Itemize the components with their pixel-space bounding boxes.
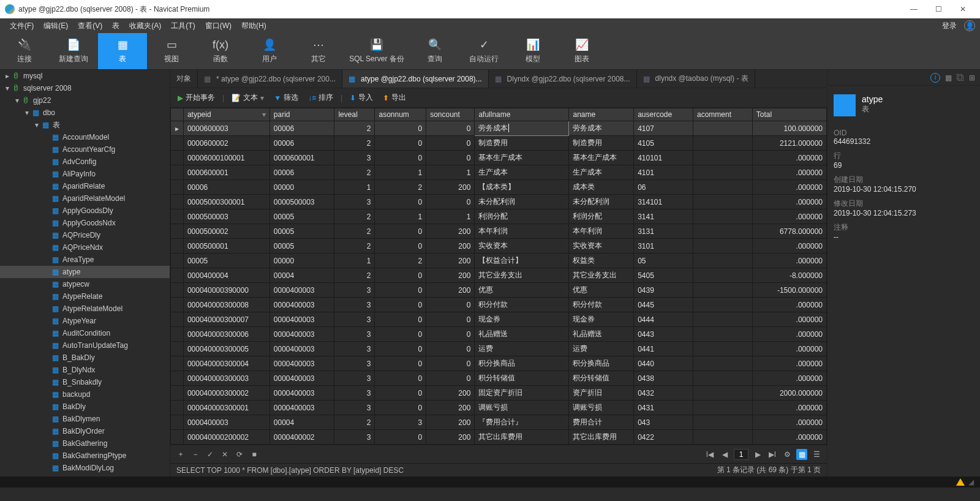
tree-item[interactable]: ▦atypecw xyxy=(0,278,170,290)
grid-cell[interactable]: 0 xyxy=(375,445,426,445)
grid-cell[interactable]: 资产折旧 xyxy=(569,386,634,401)
grid-cell[interactable]: 1 xyxy=(375,165,426,180)
settings-button[interactable]: ⚙ xyxy=(782,449,793,460)
grid-cell[interactable]: 000040000300002 xyxy=(183,386,270,401)
grid-cell[interactable]: 现金券 xyxy=(569,312,634,327)
grid-cell[interactable]: 2000.000000 xyxy=(752,386,826,401)
tree-item[interactable]: ▾🛢gjp22 xyxy=(0,94,170,107)
first-page-button[interactable]: I◀ xyxy=(704,449,715,460)
grid-cell[interactable]: 2 xyxy=(334,268,375,283)
column-header[interactable]: acomment xyxy=(693,108,752,121)
grid-cell[interactable]: 0 xyxy=(375,430,426,445)
grid-cell[interactable]: 0000400003 xyxy=(270,342,334,356)
grid-cell[interactable]: -8.000000 xyxy=(752,268,826,283)
grid-cell[interactable]: 3 xyxy=(334,327,375,342)
grid-cell[interactable]: 000040000200001 xyxy=(183,445,270,445)
grid-cell[interactable]: 000040000300004 xyxy=(183,356,270,371)
toolbar-SQL Server 备份[interactable]: 💾SQL Server 备份 xyxy=(343,33,410,69)
grid-cell[interactable]: 劳务成本 xyxy=(569,121,634,136)
grid-cell[interactable]: .000000 xyxy=(752,239,826,254)
grid-cell[interactable] xyxy=(693,445,752,445)
grid-cell[interactable]: 3 xyxy=(334,401,375,415)
grid-cell[interactable]: 2 xyxy=(334,239,375,254)
login-link[interactable]: 登录 xyxy=(937,21,962,31)
prev-page-button[interactable]: ◀ xyxy=(719,449,730,460)
toolbar-新建查询[interactable]: 📄新建查询 xyxy=(49,33,98,69)
grid-cell[interactable]: 200 xyxy=(426,224,475,239)
grid-cell[interactable] xyxy=(693,430,752,445)
grid-cell[interactable]: 基本生产成本 xyxy=(569,151,634,165)
tree-item[interactable]: ▦backupd xyxy=(0,388,170,401)
grid-cell[interactable]: 商品报损 xyxy=(475,445,569,445)
tree-item[interactable]: ▦B_Snbakdly xyxy=(0,376,170,388)
grid-cell[interactable]: 实收资本 xyxy=(475,239,569,254)
grid-cell[interactable] xyxy=(693,356,752,371)
grid-cell[interactable]: 劳务成本 xyxy=(475,121,569,136)
grid-cell[interactable]: 礼品赠送 xyxy=(569,327,634,342)
grid-cell[interactable]: 200 xyxy=(426,445,475,445)
resize-grip[interactable]: ◢ xyxy=(968,478,974,486)
menu-item[interactable]: 工具(T) xyxy=(166,21,200,31)
cancel-button[interactable]: ✕ xyxy=(219,449,230,460)
grid-cell[interactable] xyxy=(693,283,752,298)
grid-cell[interactable]: 0444 xyxy=(634,312,693,327)
grid-cell[interactable]: 生产成本 xyxy=(475,165,569,180)
grid-cell[interactable]: 0 xyxy=(426,342,475,356)
grid-cell[interactable]: 00005 xyxy=(270,209,334,224)
column-header[interactable]: ausercode xyxy=(634,108,693,121)
grid-cell[interactable]: 0 xyxy=(375,195,426,209)
grid-cell[interactable]: 3 xyxy=(334,283,375,298)
grid-cell[interactable]: 3 xyxy=(334,445,375,445)
grid-cell[interactable]: 0 xyxy=(375,224,426,239)
grid-cell[interactable]: .000000 xyxy=(752,401,826,415)
tree-item[interactable]: ▦atype xyxy=(0,266,170,278)
info-icon[interactable]: i xyxy=(930,73,940,83)
menu-item[interactable]: 查看(V) xyxy=(73,21,107,31)
tree-item[interactable]: ▸🛢mysql xyxy=(0,70,170,82)
grid-cell[interactable]: 费用合计 xyxy=(569,415,634,430)
grid-cell[interactable]: 制造费用 xyxy=(569,136,634,151)
tree-item[interactable]: ▦ApplyGoodsDly xyxy=(0,205,170,217)
grid-cell[interactable]: 3 xyxy=(334,312,375,327)
grid-cell[interactable]: 0 xyxy=(375,386,426,401)
grid-cell[interactable]: 4105 xyxy=(634,136,693,151)
grid-cell[interactable] xyxy=(693,165,752,180)
grid-cell[interactable]: 0000400003 xyxy=(270,356,334,371)
tree-item[interactable]: ▦BakDlyOrder xyxy=(0,425,170,437)
tree-item[interactable]: ▦BakGathering xyxy=(0,437,170,450)
grid-cell[interactable]: 0000600001 xyxy=(270,151,334,165)
page-input[interactable] xyxy=(734,449,748,460)
grid-cell[interactable]: 优惠 xyxy=(569,283,634,298)
grid-cell[interactable]: 0 xyxy=(375,298,426,312)
grid-cell[interactable]: 积分换商品 xyxy=(475,356,569,371)
tree-item[interactable]: ▦AccountYearCfg xyxy=(0,143,170,156)
grid-cell[interactable]: 0 xyxy=(426,195,475,209)
grid-cell[interactable]: 0000400003 xyxy=(270,386,334,401)
grid-cell[interactable]: 2 xyxy=(334,165,375,180)
minimize-button[interactable]: — xyxy=(902,0,926,18)
toolbar-函数[interactable]: f(x)函数 xyxy=(196,33,245,69)
close-button[interactable]: ✕ xyxy=(951,0,975,18)
grid-cell[interactable]: 2 xyxy=(334,209,375,224)
grid-cell[interactable]: 00005 xyxy=(270,239,334,254)
export-button[interactable]: ⬆导出 xyxy=(380,92,409,103)
grid-cell[interactable] xyxy=(693,195,752,209)
grid-cell[interactable]: .000000 xyxy=(752,151,826,165)
grid-cell[interactable] xyxy=(693,224,752,239)
grid-cell[interactable]: 制造费用 xyxy=(475,136,569,151)
grid-cell[interactable]: 基本生产成本 xyxy=(475,151,569,165)
grid-cell[interactable]: 其它业务支出 xyxy=(475,268,569,283)
grid-view-icon[interactable]: ▦ xyxy=(945,73,952,82)
tree-item[interactable]: ▦AdvConfig xyxy=(0,156,170,168)
grid-cell[interactable]: 1 xyxy=(334,180,375,195)
grid-cell[interactable]: 商品报损 xyxy=(569,445,634,445)
menu-item[interactable]: 收藏夹(A) xyxy=(124,21,166,31)
grid-cell[interactable]: 其它业务支出 xyxy=(569,268,634,283)
grid-cell[interactable]: .000000 xyxy=(752,165,826,180)
grid-cell[interactable] xyxy=(693,327,752,342)
tree-item[interactable]: ▦AreaType xyxy=(0,254,170,266)
grid-cell[interactable] xyxy=(693,312,752,327)
toolbar-模型[interactable]: 📊模型 xyxy=(508,33,557,69)
begin-transaction-button[interactable]: ▶开始事务 xyxy=(175,92,217,103)
column-header[interactable]: Total xyxy=(752,108,826,121)
